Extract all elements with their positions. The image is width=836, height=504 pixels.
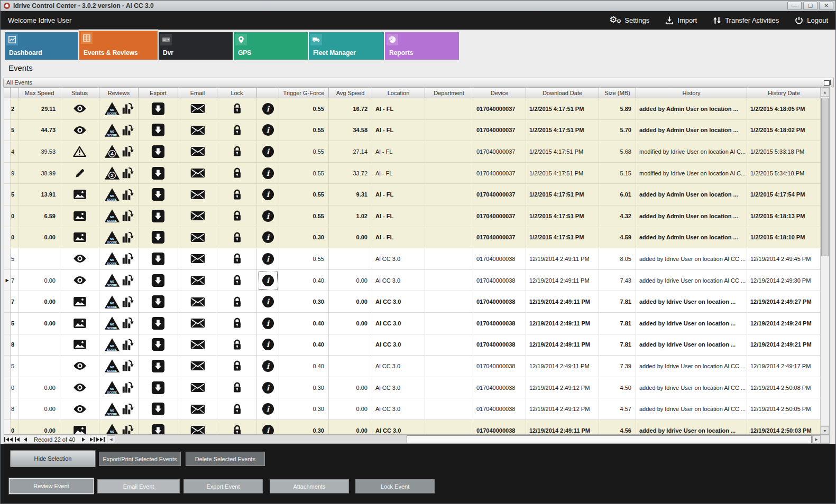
export-icon[interactable] — [151, 230, 165, 244]
tab-reports[interactable]: Reports — [385, 32, 459, 60]
info-icon[interactable]: i — [262, 360, 274, 372]
info-icon[interactable]: i — [262, 167, 274, 179]
lock-icon[interactable] — [232, 403, 242, 415]
column-header-department[interactable]: Department — [425, 88, 473, 98]
prev-page-button[interactable] — [13, 435, 21, 443]
column-header-info[interactable] — [257, 88, 279, 98]
table-row[interactable]: 70.00NOSCOREi0.300.00Al CC 3.00170400000… — [4, 291, 821, 313]
review-media-icon[interactable] — [122, 145, 134, 158]
email-icon[interactable] — [190, 318, 205, 328]
table-row[interactable]: 439.534i0.5527.14Al - FL0170400000371/2/… — [4, 141, 821, 163]
tab-dashboard[interactable]: Dashboard — [5, 32, 78, 60]
lock-icon[interactable] — [232, 231, 242, 244]
export-icon[interactable] — [151, 252, 165, 266]
email-icon[interactable] — [190, 275, 205, 285]
export-icon[interactable] — [151, 209, 165, 223]
review-media-icon[interactable] — [122, 231, 134, 244]
email-icon[interactable] — [190, 382, 205, 393]
attachments-button[interactable]: Attachments — [270, 479, 349, 493]
lock-icon[interactable] — [232, 189, 242, 201]
column-header-download_date[interactable]: Download Date — [526, 88, 599, 98]
review-media-icon[interactable] — [122, 381, 134, 394]
scroll-left-arrow-icon[interactable]: ◀ — [107, 435, 115, 443]
vertical-scrollbar[interactable]: ▲ ▼ — [820, 88, 829, 435]
review-score-icon[interactable]: NOSCORE — [104, 209, 120, 223]
review-score-icon[interactable]: NOSCORE — [104, 380, 120, 395]
email-icon[interactable] — [190, 404, 205, 414]
table-row[interactable]: 50.00NOSCOREi0.400.00Al CC 3.00170400000… — [4, 313, 821, 334]
scroll-up-arrow-icon[interactable]: ▲ — [821, 88, 829, 97]
review-media-icon[interactable] — [122, 338, 134, 351]
table-row[interactable]: 00.00NOSCOREi0.300.00Al - FL017040000037… — [4, 227, 821, 249]
float-panel-icon[interactable] — [824, 80, 831, 86]
scroll-down-arrow-icon[interactable]: ▼ — [821, 426, 829, 435]
first-record-button[interactable] — [4, 435, 13, 443]
review-score-icon[interactable]: 4 — [104, 144, 120, 158]
settings-button[interactable]: ⚙⚙ Settings — [609, 15, 649, 26]
info-icon[interactable]: i — [262, 231, 274, 243]
review-score-icon[interactable]: NOSCORE — [104, 359, 120, 373]
tab-events-reviews[interactable]: Events & Reviews — [79, 30, 158, 60]
info-icon[interactable]: i — [262, 275, 274, 286]
column-header-review[interactable]: Reviews — [99, 88, 139, 98]
review-media-icon[interactable] — [122, 295, 134, 309]
column-header-export[interactable]: Export — [139, 88, 178, 98]
column-header-location[interactable]: Location — [372, 88, 425, 98]
review-score-icon[interactable]: NOSCORE — [104, 230, 120, 245]
email-icon[interactable] — [190, 146, 205, 156]
review-score-icon[interactable]: NOSCORE — [104, 316, 120, 330]
export-icon[interactable] — [151, 295, 165, 309]
table-row[interactable]: ▶70.00NOSCOREi0.400.00Al CC 3.0017040000… — [4, 270, 821, 292]
review-score-icon[interactable]: NOSCORE — [104, 295, 120, 309]
tab-gps[interactable]: GPS — [234, 32, 308, 60]
export-icon[interactable] — [151, 316, 165, 330]
info-icon[interactable]: i — [262, 253, 274, 265]
email-icon[interactable] — [190, 125, 205, 135]
column-header-max_speed[interactable]: Max Speed — [19, 88, 60, 98]
lock-icon[interactable] — [232, 296, 242, 308]
review-media-icon[interactable] — [122, 209, 134, 222]
lock-icon[interactable] — [232, 253, 242, 265]
review-score-icon[interactable]: NOSCORE — [104, 188, 120, 202]
export-icon[interactable] — [151, 188, 165, 201]
lock-icon[interactable] — [232, 145, 242, 157]
table-row[interactable]: 00.00NOSCOREi0.300.00Al CC 3.00170400000… — [4, 377, 821, 399]
export-icon[interactable] — [151, 123, 165, 137]
export-event-button[interactable]: Export Event — [183, 479, 263, 493]
lock-icon[interactable] — [232, 210, 242, 222]
export-print-selected-events-button[interactable]: Export/Print Selected Events — [99, 452, 181, 466]
column-header-size[interactable]: Size (MB) — [599, 88, 636, 98]
review-score-icon[interactable]: NOSCORE — [104, 123, 120, 137]
email-icon[interactable] — [190, 168, 205, 178]
export-icon[interactable] — [151, 274, 165, 287]
review-media-icon[interactable] — [122, 316, 134, 330]
table-row[interactable]: 00.00NOSCOREi0.300.00Al CC 3.00170400000… — [4, 420, 821, 435]
email-icon[interactable] — [190, 190, 205, 200]
email-icon[interactable] — [190, 361, 205, 371]
info-icon[interactable]: i — [262, 210, 274, 222]
last-record-button[interactable] — [96, 435, 105, 443]
export-icon[interactable] — [151, 102, 165, 116]
horizontal-scrollbar-thumb[interactable] — [407, 435, 812, 443]
info-icon[interactable]: i — [262, 425, 274, 435]
column-header-device[interactable]: Device — [473, 88, 526, 98]
column-header-avg_speed[interactable]: Avg Speed — [329, 88, 372, 98]
review-score-icon[interactable]: NOSCORE — [104, 402, 120, 416]
column-header-history_date[interactable]: History Date — [747, 88, 821, 98]
info-icon[interactable]: i — [262, 318, 274, 329]
column-header-trigger[interactable]: Trigger G-Force — [279, 88, 329, 98]
export-icon[interactable] — [151, 166, 165, 180]
lock-icon[interactable] — [232, 424, 242, 435]
table-row[interactable]: 5NOSCOREi0.40Al CC 3.001704000003812/19/… — [4, 356, 821, 377]
review-media-icon[interactable] — [122, 166, 134, 180]
review-media-icon[interactable] — [122, 124, 134, 137]
review-media-icon[interactable] — [122, 188, 134, 201]
email-icon[interactable] — [190, 254, 205, 264]
lock-icon[interactable] — [232, 102, 242, 115]
transfer-activities-button[interactable]: Transfer Activities — [713, 16, 779, 25]
column-header-email[interactable]: Email — [178, 88, 217, 98]
table-row[interactable]: 5NOSCOREi0.55Al CC 3.001704000003812/19/… — [4, 248, 821, 270]
import-button[interactable]: Import — [665, 16, 697, 25]
export-icon[interactable] — [151, 338, 165, 351]
table-row[interactable]: 8NOSCOREi0.40Al CC 3.001704000003812/19/… — [4, 334, 821, 356]
